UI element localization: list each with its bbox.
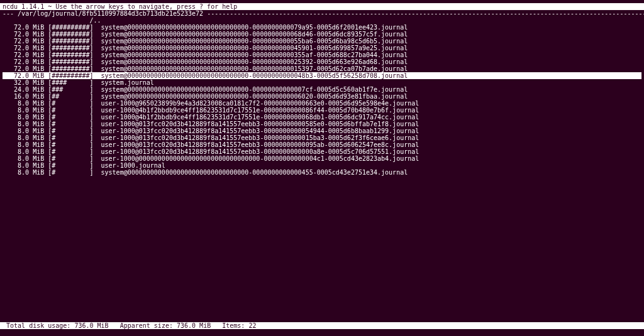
list-item[interactable]: 8.0 MiB [# ] user-1000@4b1f2bbdb9ce4ff18… xyxy=(0,114,644,121)
total-disk-value: 736.0 MiB xyxy=(74,322,108,329)
items-label: Items: xyxy=(222,322,245,329)
list-item[interactable]: 72.0 MiB [##########] system@00000000000… xyxy=(3,72,641,79)
list-item[interactable]: 32.0 MiB [#### ] system.journal xyxy=(0,79,644,86)
list-item[interactable]: 24.0 MiB [### ] system@00000000000000000… xyxy=(0,86,644,93)
apparent-size-value: 736.0 MiB xyxy=(177,322,211,329)
list-item[interactable]: 8.0 MiB [# ] user-1000@013fcc020d3b41288… xyxy=(0,134,644,141)
total-disk-label: Total disk usage: xyxy=(3,322,70,329)
list-item[interactable]: 72.0 MiB [##########] system@00000000000… xyxy=(0,51,644,58)
apparent-size-label: Apparent size: xyxy=(120,322,173,329)
list-item[interactable]: 72.0 MiB [##########] system@00000000000… xyxy=(0,45,644,51)
file-list[interactable]: 72.0 MiB [##########] system@00000000000… xyxy=(0,24,644,176)
list-item[interactable]: 8.0 MiB [# ] user-1000@013fcc020d3b41288… xyxy=(0,148,644,155)
list-item[interactable]: 72.0 MiB [##########] system@00000000000… xyxy=(0,65,644,72)
status-bar: Total disk usage: 736.0 MiB Apparent siz… xyxy=(0,322,644,329)
list-item[interactable]: 8.0 MiB [# ] user-1000@013fcc020d3b41288… xyxy=(0,141,644,148)
path-line: --- /var/log/journal/8fb5110997884d3cb71… xyxy=(0,10,644,17)
path-dashes: ----------------------------------------… xyxy=(207,10,644,17)
list-item[interactable]: 72.0 MiB [##########] system@00000000000… xyxy=(0,31,644,38)
list-item[interactable]: 72.0 MiB [##########] system@00000000000… xyxy=(0,24,644,31)
app-header: ncdu 1.14.1 ~ Use the arrow keys to navi… xyxy=(0,3,644,10)
parent-dir-link[interactable]: /.. xyxy=(0,17,644,24)
list-item[interactable]: 8.0 MiB [# ] user-1000@965023899b9e4a3d8… xyxy=(0,100,644,107)
items-value: 22 xyxy=(248,322,256,329)
list-item[interactable]: 8.0 MiB [# ] user-1000.journal xyxy=(0,162,644,169)
list-item[interactable]: 8.0 MiB [# ] user-1000@00000000000000000… xyxy=(0,155,644,162)
list-item[interactable]: 8.0 MiB [# ] user-1000@013fcc020d3b41288… xyxy=(0,121,644,127)
terminal: ncdu 1.14.1 ~ Use the arrow keys to navi… xyxy=(0,3,644,176)
list-item[interactable]: 8.0 MiB [# ] user-1000@013fcc020d3b41288… xyxy=(0,127,644,134)
list-item[interactable]: 16.0 MiB [## ] system@000000000000000000… xyxy=(0,93,644,100)
current-path: /var/log/journal/8fb5110997884d3cb713db2… xyxy=(18,10,203,17)
list-item[interactable]: 8.0 MiB [# ] system@00000000000000000000… xyxy=(0,169,644,176)
list-item[interactable]: 8.0 MiB [# ] user-1000@4b1f2bbdb9ce4ff18… xyxy=(0,107,644,114)
path-prefix: --- xyxy=(3,10,14,17)
list-item[interactable]: 72.0 MiB [##########] system@00000000000… xyxy=(0,38,644,45)
list-item[interactable]: 72.0 MiB [##########] system@00000000000… xyxy=(0,58,644,65)
